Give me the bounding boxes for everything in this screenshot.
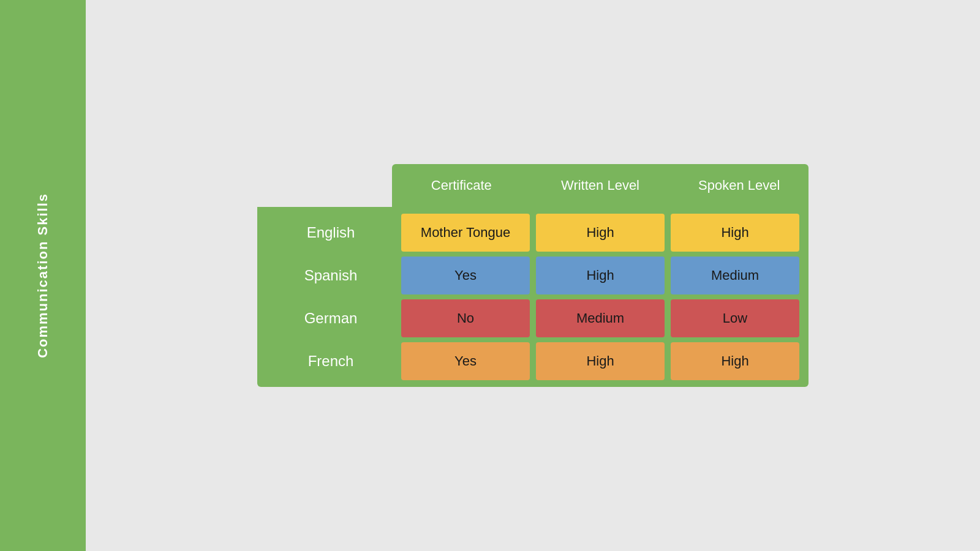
spoken-level-cell: High: [671, 214, 799, 252]
written-level-cell: Medium: [536, 299, 665, 337]
certificate-cell: Yes: [401, 342, 530, 380]
certificate-cell: No: [401, 299, 530, 337]
written-level-cell: High: [536, 214, 665, 252]
table-row: FrenchYesHighHigh: [263, 342, 802, 381]
written-level-cell: High: [536, 342, 665, 380]
sidebar: Communication Skills: [0, 0, 86, 551]
table-row: EnglishMother TongueHighHigh: [263, 213, 802, 252]
header-spoken-level: Spoken Level: [669, 164, 809, 207]
language-cell: Spanish: [263, 256, 398, 295]
language-cell: English: [263, 213, 398, 252]
main-content: Certificate Written Level Spoken Level E…: [86, 0, 980, 551]
written-level-cell: High: [536, 257, 665, 294]
spoken-level-cell: High: [671, 342, 799, 380]
skills-table: Certificate Written Level Spoken Level E…: [257, 164, 809, 387]
table-body: EnglishMother TongueHighHighSpanishYesHi…: [257, 207, 809, 387]
header-certificate: Certificate: [392, 164, 531, 207]
table-row: SpanishYesHighMedium: [263, 256, 802, 295]
certificate-cell: Yes: [401, 257, 530, 294]
certificate-cell: Mother Tongue: [401, 214, 530, 252]
language-cell: French: [263, 342, 398, 381]
header-written-level: Written Level: [531, 164, 670, 207]
table-row: GermanNoMediumLow: [263, 299, 802, 338]
language-cell: German: [263, 299, 398, 338]
spoken-level-cell: Low: [671, 299, 799, 337]
spoken-level-cell: Medium: [671, 257, 799, 294]
table-header: Certificate Written Level Spoken Level: [392, 164, 809, 207]
sidebar-label: Communication Skills: [35, 193, 51, 358]
